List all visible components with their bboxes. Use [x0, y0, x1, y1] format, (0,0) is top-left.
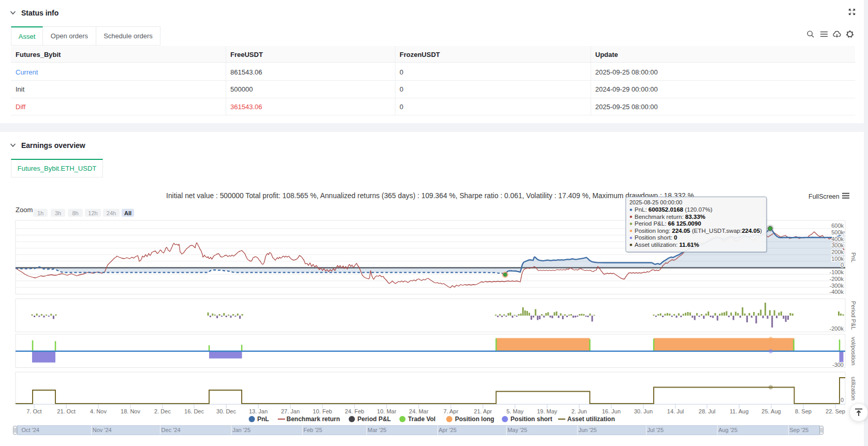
svg-text:300k: 300k — [831, 242, 844, 248]
svg-text:PnL: PnL — [257, 415, 269, 423]
svg-text:18. Nov: 18. Nov — [121, 408, 140, 414]
svg-text:7. Oct: 7. Oct — [26, 408, 41, 414]
svg-text:Period P&L: Period P&L — [358, 415, 391, 423]
svg-text:Sep '25: Sep '25 — [789, 427, 808, 433]
svg-text:30. Jun: 30. Jun — [634, 408, 653, 414]
svg-text:Period P&L: 66 125.0090: Period P&L: 66 125.0090 — [635, 220, 701, 227]
svg-text:24. Mar: 24. Mar — [409, 408, 429, 414]
svg-text:Benchmark return: 83.33%: Benchmark return: 83.33% — [635, 214, 705, 220]
svg-text:27. Jan: 27. Jan — [281, 408, 300, 414]
svg-text:-300: -300 — [832, 362, 844, 368]
svg-text:30. Dec: 30. Dec — [216, 408, 236, 414]
svg-text:500k: 500k — [831, 229, 844, 235]
svg-text:3h: 3h — [55, 210, 61, 216]
svg-text:22. Sep: 22. Sep — [826, 408, 845, 414]
svg-text:-200k: -200k — [829, 276, 844, 282]
svg-text:21. Apr: 21. Apr — [474, 408, 492, 414]
svg-text:25. Aug: 25. Aug — [761, 408, 781, 414]
svg-text:-200k: -200k — [829, 325, 844, 332]
svg-text:Jun '25: Jun '25 — [579, 427, 597, 433]
svg-text:Initial net value : 500000 Tot: Initial net value : 500000 Total profit:… — [166, 192, 694, 200]
svg-text:Dec '24: Dec '24 — [161, 427, 181, 433]
svg-text:Jul '25: Jul '25 — [648, 427, 664, 433]
svg-text:2025-08-25 00:00:00: 2025-08-25 00:00:00 — [629, 199, 682, 205]
svg-text:PnL: PnL — [850, 252, 857, 263]
svg-text:Jan '25: Jan '25 — [232, 427, 251, 433]
svg-text:-100k: -100k — [829, 269, 844, 275]
svg-text:Feb '25: Feb '25 — [303, 427, 322, 433]
svg-text:May '25: May '25 — [507, 427, 527, 433]
svg-text:21. Oct: 21. Oct — [57, 408, 75, 414]
svg-text:7. Apr: 7. Apr — [444, 408, 459, 414]
svg-text:Aug '25: Aug '25 — [718, 427, 738, 433]
svg-text:400k: 400k — [831, 236, 844, 242]
svg-text:Oct '24: Oct '24 — [21, 427, 39, 433]
svg-text:24h: 24h — [107, 210, 116, 216]
svg-text:Mar '25: Mar '25 — [367, 427, 386, 433]
svg-text:0: 0 — [841, 262, 844, 268]
svg-text:Apr '25: Apr '25 — [439, 427, 457, 433]
svg-text:200k: 200k — [831, 249, 844, 255]
svg-text:Trade Vol: Trade Vol — [408, 415, 435, 423]
svg-text:Period P&L: Period P&L — [850, 301, 857, 330]
svg-text:1h: 1h — [37, 210, 43, 216]
svg-text:600k: 600k — [831, 222, 844, 229]
svg-text:Asset utilization: 11.61%: Asset utilization: 11.61% — [635, 242, 699, 248]
svg-text:utilization: utilization — [850, 377, 857, 400]
svg-text:11. Aug: 11. Aug — [730, 408, 749, 414]
svg-text:All: All — [124, 210, 131, 216]
svg-text:Zoom: Zoom — [16, 206, 33, 214]
svg-text:19. May: 19. May — [537, 408, 557, 414]
svg-text:2. Dec: 2. Dec — [154, 408, 171, 414]
svg-text:16. Jun: 16. Jun — [602, 408, 621, 414]
svg-text:0: 0 — [841, 397, 844, 403]
svg-text:5. May: 5. May — [506, 408, 524, 414]
svg-text:10. Feb: 10. Feb — [313, 408, 332, 414]
svg-text:Position long: 224.05 (ETH_USD: Position long: 224.05 (ETH_USDT.swap:224… — [635, 228, 762, 234]
svg-text:28. Jul: 28. Jul — [699, 408, 715, 414]
svg-text:14. Jul: 14. Jul — [667, 408, 684, 414]
svg-text:Nov '24: Nov '24 — [93, 427, 112, 433]
svg-text:12h: 12h — [88, 210, 97, 216]
svg-text:8h: 8h — [72, 210, 78, 216]
svg-text:FullScreen: FullScreen — [808, 193, 840, 200]
svg-text:-300k: -300k — [829, 283, 844, 289]
svg-text:16. Dec: 16. Dec — [184, 408, 204, 414]
svg-text:13. Jan: 13. Jan — [249, 408, 268, 414]
svg-text:4. Nov: 4. Nov — [90, 408, 107, 414]
svg-text:vol/position: vol/position — [850, 337, 857, 365]
svg-text:Benchmark return: Benchmark return — [287, 415, 340, 423]
svg-text:PnL: 600352.0168 (120.07%): PnL: 600352.0168 (120.07%) — [635, 206, 712, 213]
svg-text:-400k: -400k — [829, 289, 844, 295]
svg-text:Position short: 0: Position short: 0 — [635, 234, 677, 241]
svg-text:100k: 100k — [831, 256, 844, 262]
svg-text:2. Jun: 2. Jun — [571, 408, 587, 414]
svg-text:24. Feb: 24. Feb — [345, 408, 364, 414]
svg-text:Asset utilization: Asset utilization — [567, 415, 615, 423]
svg-text:10. Mar: 10. Mar — [377, 408, 396, 414]
svg-text:Position long: Position long — [455, 415, 494, 423]
svg-text:Position short: Position short — [510, 415, 552, 423]
svg-text:8. Sep: 8. Sep — [795, 408, 812, 414]
